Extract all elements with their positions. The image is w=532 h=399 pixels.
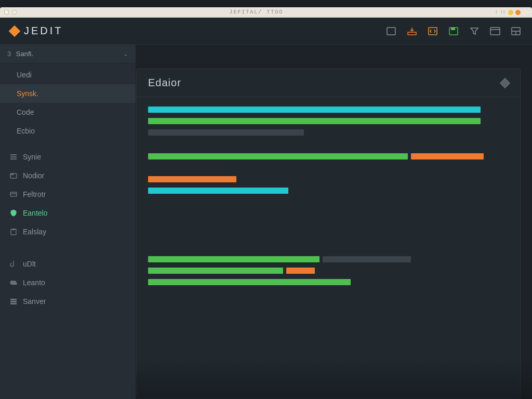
sidebar-item-leanto[interactable]: Leanto — [0, 273, 136, 292]
sidebar-item-eantelo[interactable]: Eantelo — [0, 204, 136, 222]
sidebar-item-label: Synie — [23, 153, 41, 161]
traffic-light-close-icon[interactable] — [523, 10, 528, 15]
code-line — [148, 188, 509, 194]
brand-text: JEDIT — [24, 25, 63, 37]
sidebar-header-label: Sanfi. — [16, 50, 33, 58]
code-token-orange — [148, 176, 236, 182]
code-token-green — [148, 279, 351, 285]
sidebar-item-ecbio[interactable]: Ecbio — [0, 122, 136, 140]
chevron-down-icon: ⌄ — [123, 50, 128, 58]
svg-rect-1 — [408, 32, 416, 35]
code-token-grey — [323, 256, 411, 262]
code-line — [148, 107, 509, 113]
sidebar-item-synsk[interactable]: Synsk. — [0, 84, 136, 103]
sidebar-item-code[interactable]: Code — [0, 103, 136, 122]
sidebar-item-udlt[interactable]: uDlt — [0, 255, 136, 273]
sidebar: 3 Sanfi. ⌄ UediSynsk.CodeEcbioSynieNodio… — [0, 45, 136, 399]
sidebar-item-feltrotr[interactable]: Feltrotr — [0, 185, 136, 204]
sidebar-item-nodior[interactable]: Nodior — [0, 166, 136, 185]
app-header: JEDIT — [0, 18, 532, 45]
code-line — [148, 129, 509, 136]
svg-rect-5 — [490, 28, 500, 35]
sidebar-item-label: Code — [17, 108, 34, 116]
sidebar-item-label: Eantelo — [23, 209, 47, 217]
sidebar-item-label: Ealslay — [23, 228, 46, 236]
code-token-green — [148, 118, 481, 124]
code-token-cyan — [148, 188, 288, 194]
sidebar-item-label: Nodior — [23, 171, 44, 180]
svg-rect-18 — [12, 229, 15, 230]
code-line — [148, 279, 509, 285]
main-area: Edaior — [136, 45, 532, 399]
code-line — [148, 176, 509, 182]
os-titlebar: JEFITAL/ TTOO ⵑ ⵑⵑ — [0, 7, 532, 18]
window-icon[interactable] — [489, 26, 501, 36]
code-token-green — [148, 268, 283, 274]
editor-header: Edaior — [137, 69, 520, 97]
filter-icon[interactable] — [469, 26, 480, 36]
svg-rect-4 — [451, 28, 455, 30]
code-area[interactable] — [137, 97, 520, 297]
sidebar-list: UediSynsk.CodeEcbioSynieNodiorFeltrotrEa… — [0, 63, 136, 311]
panel-icon[interactable] — [385, 26, 397, 36]
blank — [9, 89, 11, 98]
sidebar-item-label: Uedi — [17, 71, 32, 79]
layout-icon[interactable] — [510, 26, 522, 36]
rows-icon — [9, 297, 18, 305]
blank — [9, 71, 11, 79]
code-line — [148, 268, 509, 274]
os-title: JEFITAL/ TTOO — [229, 9, 283, 15]
brand: JEDIT — [10, 25, 63, 37]
brand-logo-icon — [9, 25, 21, 37]
clipboard-icon — [9, 228, 18, 236]
code-line — [148, 256, 509, 262]
os-close-button[interactable] — [4, 10, 9, 15]
folder-icon — [9, 171, 18, 180]
code-line — [148, 118, 509, 124]
svg-rect-19 — [10, 299, 17, 300]
sidebar-item-uedi[interactable]: Uedi — [0, 65, 136, 84]
sidebar-item-label: uDlt — [23, 260, 36, 268]
list-icon — [9, 153, 18, 161]
sidebar-item-sanver[interactable]: Sanver — [0, 292, 136, 311]
shield-icon — [9, 209, 18, 217]
save-icon[interactable] — [448, 26, 459, 36]
sidebar-item-label: Feltrotr — [23, 190, 46, 198]
traffic-light-max-icon[interactable] — [515, 10, 521, 15]
card-icon — [9, 190, 18, 198]
blank — [9, 108, 11, 116]
code-token-orange — [286, 268, 315, 274]
code-icon[interactable] — [427, 26, 438, 36]
editor-panel: Edaior — [136, 69, 521, 399]
code-token-green — [148, 256, 320, 262]
code-token-cyan — [148, 107, 481, 113]
sidebar-item-label: Leanto — [23, 278, 45, 287]
code-token-green — [148, 153, 408, 159]
traffic-light-min-icon[interactable] — [508, 10, 513, 15]
download-icon[interactable] — [406, 26, 418, 36]
sidebar-item-label: Ecbio — [17, 127, 35, 135]
sidebar-index: 3 — [7, 50, 11, 58]
svg-rect-20 — [10, 301, 17, 302]
toolbar — [385, 26, 522, 36]
sidebar-item-ealslay[interactable]: Ealslay — [0, 222, 136, 241]
svg-rect-21 — [10, 303, 17, 304]
cloud-icon — [9, 278, 18, 287]
svg-rect-15 — [10, 192, 17, 196]
sidebar-item-label: Synsk. — [17, 89, 38, 98]
os-min-button[interactable] — [12, 10, 17, 15]
app-window: JEFITAL/ TTOO ⵑ ⵑⵑ JEDIT — [0, 7, 532, 399]
sidebar-item-label: Sanver — [23, 297, 46, 305]
sidebar-header[interactable]: 3 Sanfi. ⌄ — [0, 45, 136, 63]
code-line — [148, 153, 509, 159]
code-token-grey — [148, 129, 304, 136]
code-token-orange — [411, 153, 484, 159]
svg-rect-0 — [387, 28, 395, 35]
sidebar-item-synie[interactable]: Synie — [0, 148, 136, 166]
hook-icon — [9, 260, 18, 268]
editor-title: Edaior — [148, 77, 181, 89]
os-status-text: ⵑ ⵑⵑ — [496, 10, 506, 15]
blank — [9, 127, 11, 135]
svg-rect-14 — [10, 174, 14, 175]
editor-gem-icon — [500, 78, 510, 88]
